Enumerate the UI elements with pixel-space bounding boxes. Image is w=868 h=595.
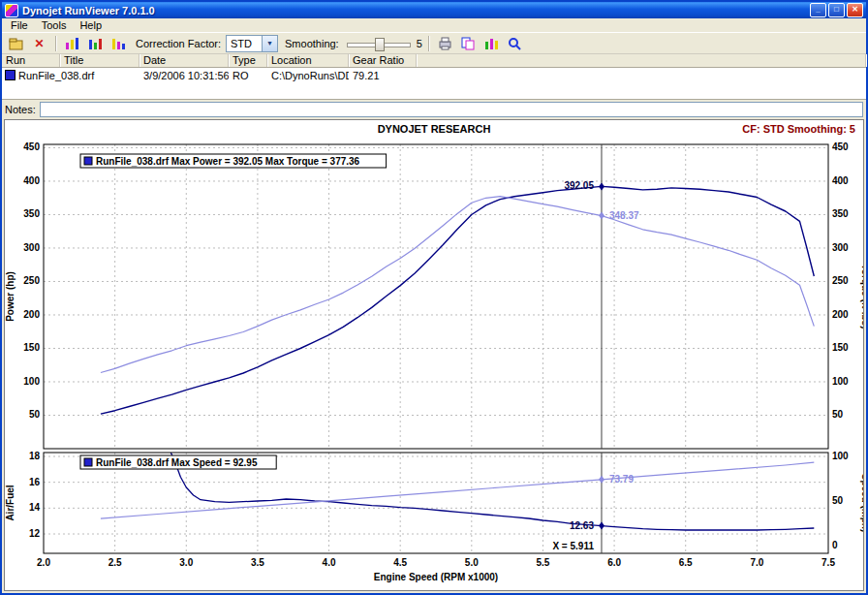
menu-file[interactable]: File <box>4 19 35 31</box>
svg-text:150: 150 <box>832 342 849 353</box>
table-row[interactable]: RunFile_038.drf 3/9/2006 10:31:56 RO C:\… <box>2 68 866 82</box>
app-window: Dynojet RunViewer 7.0.1.0 _ □ ✕ File Too… <box>0 0 868 595</box>
svg-text:Engine Speed (RPM x1000): Engine Speed (RPM x1000) <box>374 572 498 582</box>
column-title[interactable]: Title <box>60 54 140 67</box>
toolbar: ✕ Correction Factor: STD ▼ Smoothing: 5 <box>2 32 866 54</box>
svg-text:3.5: 3.5 <box>251 557 264 568</box>
svg-text:16: 16 <box>29 477 41 487</box>
svg-text:Air/Fuel: Air/Fuel <box>5 485 16 521</box>
svg-text:350: 350 <box>832 208 849 219</box>
svg-text:200: 200 <box>832 309 849 320</box>
airfuel-graph-icon[interactable] <box>108 34 129 53</box>
svg-text:6.5: 6.5 <box>679 557 693 568</box>
run-list-header: Run Title Date Type Location Gear Ratio <box>2 54 866 68</box>
overlay-icon[interactable] <box>481 34 502 53</box>
svg-text:300: 300 <box>832 242 849 253</box>
power-torque-chart[interactable]: 392.05348.374504003503002502001501005045… <box>5 137 864 451</box>
run-file-cell: RunFile_038.drf <box>2 70 60 81</box>
chart-frame: DYNOJET RESEARCH CF: STD Smoothing: 5 39… <box>4 119 864 591</box>
run-type-cell: RO <box>229 70 267 81</box>
zoom-icon[interactable] <box>505 34 525 53</box>
svg-text:4.5: 4.5 <box>393 557 407 568</box>
svg-text:100: 100 <box>23 376 40 387</box>
svg-text:7.5: 7.5 <box>822 557 835 568</box>
notes-label: Notes: <box>5 104 36 115</box>
copy-icon[interactable] <box>458 34 479 53</box>
svg-text:6.0: 6.0 <box>607 557 621 568</box>
run-gear-ratio-cell: 79.21 <box>349 70 417 81</box>
svg-text:Speed (mph): Speed (mph) <box>860 474 864 533</box>
notes-input[interactable] <box>40 102 863 117</box>
menu-help[interactable]: Help <box>73 19 108 31</box>
svg-text:450: 450 <box>832 141 849 152</box>
run-file-name: RunFile_038.drf <box>18 70 94 81</box>
svg-text:100: 100 <box>832 451 849 461</box>
svg-text:250: 250 <box>832 275 849 286</box>
svg-text:12.63: 12.63 <box>570 520 594 531</box>
svg-text:250: 250 <box>23 275 40 286</box>
notes-bar: Notes: <box>2 100 866 118</box>
menu-bar: File Tools Help <box>2 18 866 32</box>
column-type[interactable]: Type <box>229 54 267 67</box>
close-run-icon[interactable]: ✕ <box>29 34 49 53</box>
svg-text:2.0: 2.0 <box>37 557 50 568</box>
column-location[interactable]: Location <box>267 54 349 67</box>
svg-text:392.05: 392.05 <box>564 180 594 191</box>
minimize-button[interactable]: _ <box>810 3 826 17</box>
column-run[interactable]: Run <box>2 54 60 67</box>
chevron-down-icon: ▼ <box>262 36 277 51</box>
correction-factor-select[interactable]: STD ▼ <box>226 35 278 52</box>
open-run-icon[interactable] <box>6 34 26 53</box>
toolbar-separator <box>428 36 429 51</box>
power-graph-icon[interactable] <box>62 34 82 53</box>
svg-text:73.79: 73.79 <box>609 474 634 485</box>
svg-text:50: 50 <box>29 409 41 420</box>
svg-text:7.0: 7.0 <box>750 557 763 568</box>
run-list: RunFile_038.drf 3/9/2006 10:31:56 RO C:\… <box>2 68 866 100</box>
svg-text:X = 5.911: X = 5.911 <box>552 541 594 551</box>
svg-text:200: 200 <box>23 309 40 320</box>
svg-text:5.5: 5.5 <box>537 557 550 568</box>
svg-text:RunFile_038.drf Max Power = 39: RunFile_038.drf Max Power = 392.05 Max T… <box>96 156 360 167</box>
correction-factor-label: Correction Factor: <box>136 38 221 49</box>
svg-text:18: 18 <box>29 451 41 461</box>
svg-text:348.37: 348.37 <box>609 210 639 221</box>
svg-text:300: 300 <box>23 242 40 253</box>
svg-text:0: 0 <box>832 540 838 550</box>
svg-text:400: 400 <box>832 175 849 186</box>
svg-text:400: 400 <box>23 175 40 186</box>
menu-tools[interactable]: Tools <box>35 19 74 31</box>
close-button[interactable]: ✕ <box>847 3 863 17</box>
chart-header: DYNOJET RESEARCH CF: STD Smoothing: 5 <box>5 120 863 137</box>
chart-title: DYNOJET RESEARCH <box>5 123 863 135</box>
run-date-cell: 3/9/2006 10:31:56 <box>140 70 229 81</box>
app-icon <box>5 4 18 17</box>
smoothing-slider-thumb[interactable] <box>375 38 385 51</box>
svg-text:50: 50 <box>832 495 844 506</box>
toolbar-separator <box>55 36 56 51</box>
svg-text:3.0: 3.0 <box>179 557 193 568</box>
svg-text:50: 50 <box>832 409 844 420</box>
run-location-cell: C:\DynoRuns\DD <box>267 70 349 81</box>
airfuel-speed-chart[interactable]: 73.7912.63X = 5.91118161412100500Air/Fue… <box>5 451 864 590</box>
column-date[interactable]: Date <box>140 54 229 67</box>
svg-text:5.0: 5.0 <box>465 557 479 568</box>
svg-text:RunFile_038.drf Max Speed = 92: RunFile_038.drf Max Speed = 92.95 <box>96 457 258 468</box>
svg-text:14: 14 <box>29 503 41 514</box>
smoothing-slider[interactable] <box>347 37 411 50</box>
svg-text:450: 450 <box>23 141 40 152</box>
torque-graph-icon[interactable] <box>85 34 106 53</box>
column-gear-ratio[interactable]: Gear Ratio <box>349 54 417 67</box>
window-title: Dynojet RunViewer 7.0.1.0 <box>22 5 806 16</box>
run-color-swatch <box>5 70 16 80</box>
smoothing-value: 5 <box>417 38 422 49</box>
svg-text:150: 150 <box>23 342 40 353</box>
svg-text:4.0: 4.0 <box>323 557 336 568</box>
svg-text:2.5: 2.5 <box>108 557 122 568</box>
svg-text:100: 100 <box>832 376 849 387</box>
smoothing-label: Smoothing: <box>285 38 339 49</box>
svg-text:12: 12 <box>29 528 41 539</box>
chart-cf-smoothing: CF: STD Smoothing: 5 <box>742 123 855 135</box>
print-icon[interactable] <box>435 34 455 53</box>
maximize-button[interactable]: □ <box>828 3 845 17</box>
